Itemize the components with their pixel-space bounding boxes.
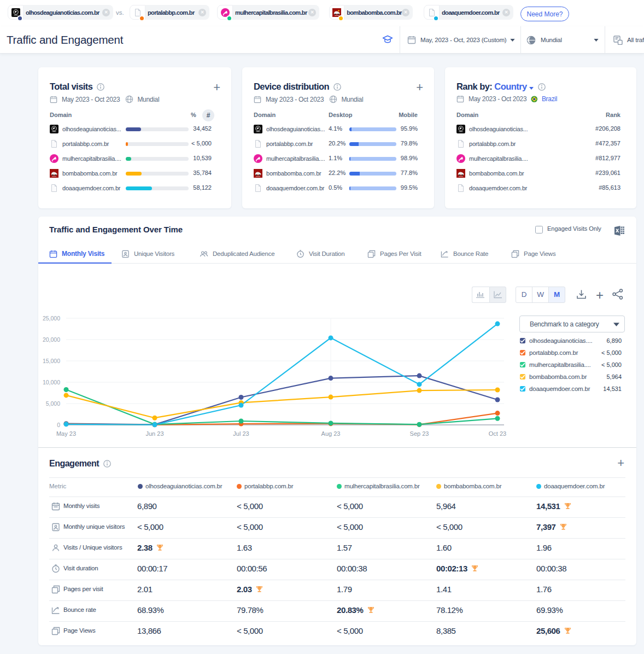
svg-text:10,000: 10,000 [43, 379, 60, 386]
svg-text:Jul 23: Jul 23 [233, 430, 249, 437]
svg-text:May 23: May 23 [56, 430, 76, 437]
svg-text:Sep 23: Sep 23 [410, 430, 429, 437]
svg-text:0: 0 [57, 422, 60, 428]
svg-text:Jun 23: Jun 23 [145, 430, 163, 437]
svg-text:Aug 23: Aug 23 [321, 430, 341, 437]
svg-text:5,000: 5,000 [46, 400, 60, 407]
svg-text:15,000: 15,000 [43, 358, 60, 364]
svg-text:20,000: 20,000 [43, 336, 60, 343]
svg-text:Oct 23: Oct 23 [489, 430, 506, 437]
svg-text:25,000: 25,000 [43, 315, 60, 322]
